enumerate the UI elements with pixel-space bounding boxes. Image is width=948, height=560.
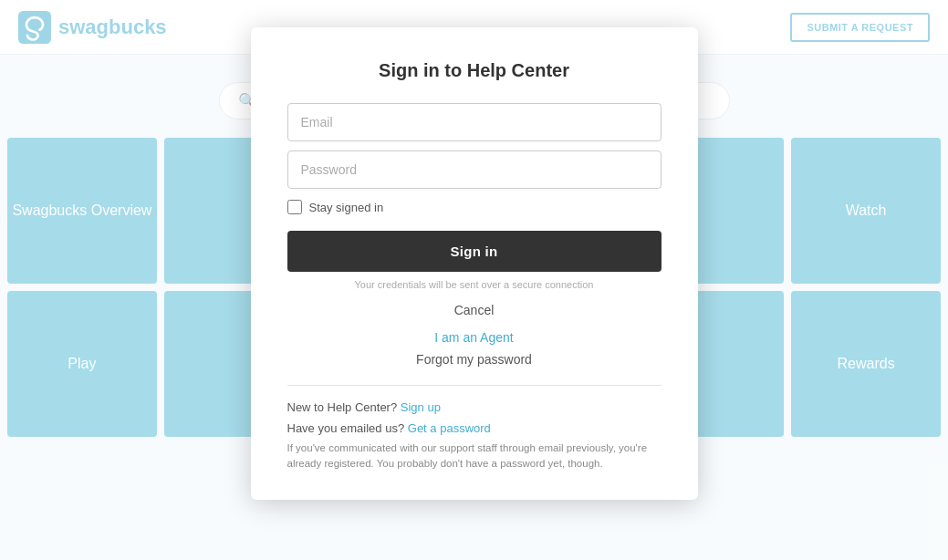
email-field[interactable] xyxy=(287,103,662,141)
modal-wrapper: Sign in to Help Center Stay signed in Si… xyxy=(0,0,948,560)
sign-in-button[interactable]: Sign in xyxy=(287,231,662,272)
get-password-link[interactable]: Get a password xyxy=(408,421,491,435)
modal-title: Sign in to Help Center xyxy=(287,60,662,81)
stay-signed-in-checkbox[interactable] xyxy=(287,200,302,214)
password-field[interactable] xyxy=(287,150,662,189)
agent-link[interactable]: I am an Agent xyxy=(287,330,662,345)
cancel-link[interactable]: Cancel xyxy=(287,303,662,317)
have-emailed-text: Have you emailed us? Get a password xyxy=(287,421,662,435)
get-password-info: If you've communicated with our support … xyxy=(287,441,662,472)
forgot-password-link[interactable]: Forgot my password xyxy=(287,352,662,367)
sign-in-modal: Sign in to Help Center Stay signed in Si… xyxy=(251,27,698,500)
sign-up-link[interactable]: Sign up xyxy=(401,400,441,414)
secure-message: Your credentials will be sent over a sec… xyxy=(287,279,662,290)
stay-signed-in-label[interactable]: Stay signed in xyxy=(309,201,384,214)
modal-divider xyxy=(287,385,662,386)
stay-signed-in-row: Stay signed in xyxy=(287,200,662,214)
new-user-text: New to Help Center? Sign up xyxy=(287,400,662,414)
